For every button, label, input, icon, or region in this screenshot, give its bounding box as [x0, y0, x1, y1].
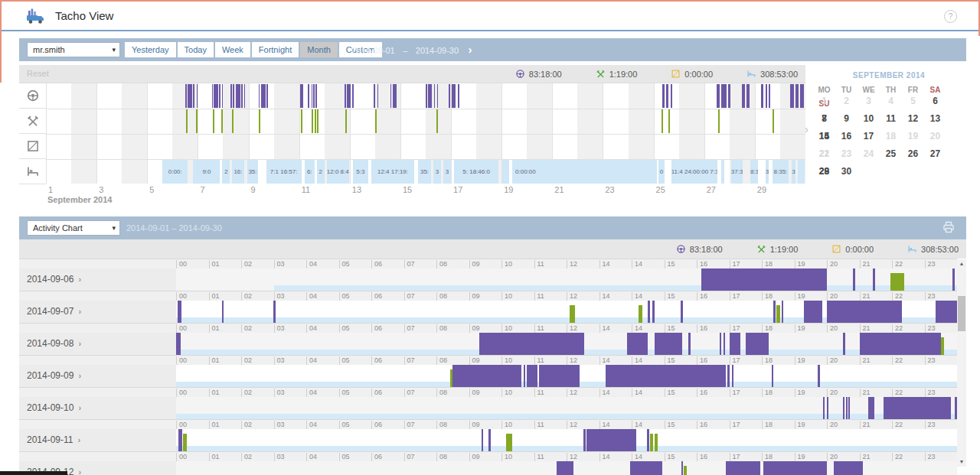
- calendar-day-9[interactable]: 9: [835, 110, 858, 128]
- calendar-day-23[interactable]: 23: [835, 145, 858, 163]
- scrollbar-thumb[interactable]: [958, 296, 965, 331]
- expand-row-icon[interactable]: ›: [78, 275, 81, 284]
- range-button-week[interactable]: Week: [215, 42, 250, 57]
- daily-row-timeline[interactable]: [176, 397, 957, 419]
- print-icon[interactable]: [942, 220, 956, 237]
- daily-row-timeline[interactable]: [176, 268, 957, 291]
- hour-label: 11: [537, 292, 544, 300]
- month-axis-tick: 23: [605, 185, 614, 194]
- hour-tick: [730, 292, 730, 301]
- work-bar: [773, 109, 774, 133]
- calendar-day-8[interactable]: 8: [813, 110, 835, 128]
- hour-scale: 0001020304050607080910111214141516171819…: [19, 323, 957, 333]
- daily-row-timeline[interactable]: [176, 365, 957, 387]
- calendar-day-24[interactable]: 24: [858, 145, 880, 163]
- expand-row-icon[interactable]: ›: [78, 467, 81, 475]
- daily-row-timeline[interactable]: [176, 301, 957, 323]
- expand-row-icon[interactable]: ›: [78, 371, 81, 380]
- calendar-day-5[interactable]: 5: [902, 93, 924, 110]
- hour-label: 08: [439, 356, 447, 364]
- prev-period-icon[interactable]: ‹: [335, 43, 346, 56]
- driving-segment: [827, 301, 902, 323]
- hour-tick: [730, 324, 730, 333]
- calendar-day-18[interactable]: 18: [880, 128, 902, 145]
- daily-row-date[interactable]: 2014-09-09›: [19, 365, 176, 387]
- hour-label: 22: [895, 421, 903, 428]
- range-button-month[interactable]: Month: [300, 42, 338, 57]
- range-button-fortnight[interactable]: Fortnight: [252, 42, 299, 57]
- calendar-day-29[interactable]: 29: [813, 163, 835, 181]
- calendar-day-4[interactable]: 4: [880, 93, 902, 110]
- hour-label: 05: [342, 324, 350, 332]
- calendar-day-17[interactable]: 17: [858, 128, 880, 145]
- calendar-day-13[interactable]: 13: [924, 110, 946, 128]
- driving-segment: [773, 301, 776, 323]
- expand-row-icon[interactable]: ›: [78, 435, 81, 444]
- chart-type-select[interactable]: Activity Chart ▾: [27, 220, 120, 236]
- month-grid[interactable]: 0:00:9:0216:35:7:1 16:57:6:212:0 8:45:31…: [46, 83, 805, 184]
- hour-label: 09: [472, 324, 480, 332]
- hour-label: 20: [830, 421, 838, 428]
- hour-label: 04: [309, 421, 317, 428]
- driving-segment: [804, 301, 822, 323]
- month-axis-tick: 11: [302, 185, 310, 194]
- scroll-down-icon[interactable]: ▼: [957, 457, 966, 467]
- daily-row-date[interactable]: 2014-09-08›: [19, 333, 176, 355]
- month-axis-tick: 5: [149, 185, 154, 194]
- hour-label: 12: [570, 453, 577, 460]
- hour-label: 00: [179, 356, 187, 364]
- daily-row-timeline[interactable]: [176, 429, 957, 451]
- hour-tick: [241, 453, 242, 461]
- calendar-day-27[interactable]: 27: [924, 145, 946, 163]
- hour-tick: [274, 356, 275, 365]
- calendar-collapse-icon[interactable]: ›: [805, 122, 808, 135]
- expand-row-icon[interactable]: ›: [78, 339, 81, 348]
- daily-row-date[interactable]: 2014-09-11›: [19, 429, 176, 451]
- calendar-day-19[interactable]: 19: [902, 128, 924, 145]
- hour-tick: [665, 324, 665, 333]
- daily-row-date[interactable]: 2014-09-07›: [19, 301, 176, 323]
- hour-label: 05: [342, 421, 350, 428]
- range-button-yesterday[interactable]: Yesterday: [125, 42, 176, 57]
- daily-row-date[interactable]: 2014-09-10›: [19, 397, 176, 419]
- calendar-day-20[interactable]: 20: [924, 128, 946, 145]
- hour-tick: [306, 389, 307, 397]
- hour-tick: [436, 324, 437, 333]
- hour-tick: [436, 453, 437, 461]
- daily-row-timeline[interactable]: [176, 461, 957, 475]
- help-icon[interactable]: ?: [944, 10, 957, 23]
- calendar-day-25[interactable]: 25: [880, 145, 902, 163]
- driving-segment: [652, 301, 655, 323]
- calendar-day-22[interactable]: 22: [813, 145, 835, 163]
- hour-tick: [762, 260, 763, 268]
- calendar-day-2[interactable]: 2: [835, 93, 858, 110]
- calendar-day-26[interactable]: 26: [902, 145, 924, 163]
- totals-items-month: 83:18:001:19:000:00:00308:53:00: [515, 65, 798, 83]
- reset-button[interactable]: Reset: [27, 65, 49, 83]
- calendar-week-row: 22232425262728: [813, 145, 966, 163]
- calendar-day-6[interactable]: 6: [924, 93, 946, 110]
- calendar-day-15[interactable]: 15: [813, 128, 835, 145]
- daily-row-timeline[interactable]: [176, 333, 957, 355]
- calendar-day-30[interactable]: 30: [835, 163, 858, 181]
- calendar-day-16[interactable]: 16: [835, 128, 858, 145]
- hour-label: 07: [407, 260, 415, 268]
- calendar-day-11[interactable]: 11: [880, 110, 902, 128]
- vertical-scrollbar[interactable]: ▲ ▼: [957, 259, 966, 467]
- driving-bar: [393, 84, 397, 108]
- range-button-today[interactable]: Today: [178, 42, 214, 57]
- rest-period: 3: [766, 160, 769, 184]
- next-period-icon[interactable]: ›: [465, 43, 476, 56]
- scroll-up-icon[interactable]: ▲: [957, 259, 966, 268]
- expand-row-icon[interactable]: ›: [78, 307, 81, 316]
- calendar-day-10[interactable]: 10: [858, 110, 880, 128]
- expand-row-icon[interactable]: ›: [78, 403, 81, 412]
- daily-row-date[interactable]: 2014-09-06›: [19, 268, 176, 291]
- hour-tick: [176, 260, 177, 268]
- driver-select[interactable]: mr.smith ▾: [27, 42, 120, 57]
- work-segment: [183, 434, 188, 451]
- calendar-day-1[interactable]: 1: [813, 93, 835, 110]
- month-axis-tick: 17: [453, 185, 462, 194]
- calendar-day-3[interactable]: 3: [858, 93, 880, 110]
- calendar-day-12[interactable]: 12: [902, 110, 924, 128]
